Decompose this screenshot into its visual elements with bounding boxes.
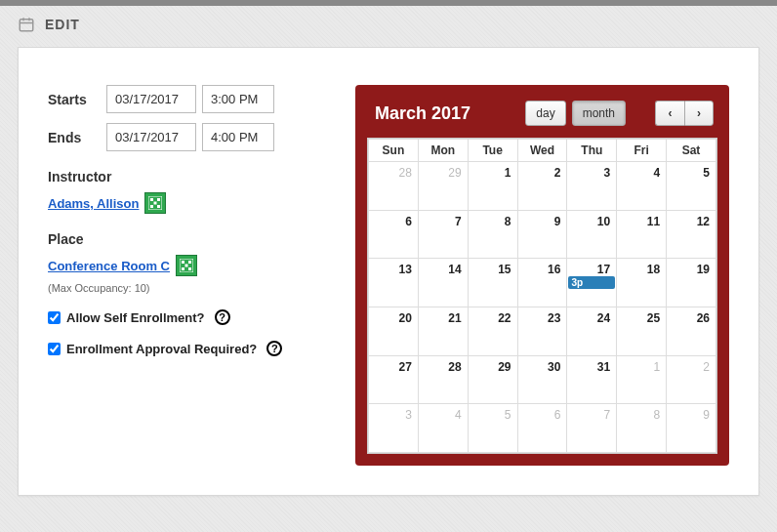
view-day-button[interactable]: day [525, 101, 565, 126]
calendar-day[interactable]: 1 [468, 162, 517, 211]
calendar-icon [18, 16, 35, 33]
svg-rect-5 [150, 198, 153, 201]
calendar-day[interactable]: 6 [517, 404, 567, 453]
allow-self-checkbox[interactable] [48, 311, 61, 324]
instructor-picker-icon[interactable] [144, 192, 166, 214]
svg-rect-6 [157, 198, 160, 201]
view-month-button[interactable]: month [572, 101, 626, 126]
calendar-day[interactable]: 3 [369, 404, 419, 453]
calendar-day[interactable]: 2 [517, 162, 567, 211]
calendar-day[interactable]: 26 [667, 307, 716, 355]
place-link[interactable]: Conference Room C [48, 259, 170, 273]
end-time-input[interactable] [202, 123, 274, 151]
ends-label: Ends [48, 130, 106, 145]
form-column: Starts Ends Instructor Adams, Allison Pl… [48, 85, 326, 466]
start-time-input[interactable] [202, 85, 274, 113]
calendar-day[interactable]: 25 [617, 307, 667, 355]
starts-row: Starts [48, 85, 326, 113]
calendar-day[interactable]: 6 [369, 210, 419, 259]
svg-rect-8 [157, 205, 160, 208]
calendar-dow: Wed [517, 140, 567, 162]
calendar-day[interactable]: 23 [517, 307, 567, 355]
calendar-day[interactable]: 30 [517, 355, 567, 404]
calendar-dow: Thu [567, 140, 617, 162]
calendar-day[interactable]: 13 [369, 259, 419, 307]
edit-card: Starts Ends Instructor Adams, Allison Pl… [18, 47, 759, 496]
calendar-day[interactable]: 5 [667, 162, 716, 211]
svg-rect-7 [150, 205, 153, 208]
calendar-day[interactable]: 1 [617, 355, 667, 404]
calendar-day[interactable]: 7 [418, 210, 468, 259]
calendar-header: March 2017 day month ‹ › [367, 97, 717, 138]
next-month-button[interactable]: › [684, 101, 714, 126]
calendar-day[interactable]: 2 [667, 355, 716, 404]
calendar-dow: Mon [418, 140, 468, 162]
calendar-day[interactable]: 4 [617, 162, 667, 211]
calendar-day[interactable]: 20 [369, 307, 419, 355]
calendar-controls: day month ‹ › [525, 101, 714, 126]
calendar-day[interactable]: 21 [418, 307, 468, 355]
svg-rect-0 [20, 20, 33, 31]
calendar-dow: Sun [369, 140, 419, 162]
instructor-row: Adams, Allison [48, 192, 326, 214]
approval-row: Enrollment Approval Required? ? [48, 341, 326, 356]
place-picker-icon[interactable] [176, 255, 197, 276]
calendar-dow: Tue [468, 140, 517, 162]
calendar-dow: Sat [667, 140, 716, 162]
prev-month-button[interactable]: ‹ [655, 101, 684, 126]
allow-self-label: Allow Self Enrollment? [66, 310, 205, 325]
end-date-input[interactable] [106, 123, 196, 151]
calendar-day[interactable]: 3 [567, 162, 617, 211]
page-title: EDIT [45, 17, 80, 32]
calendar: March 2017 day month ‹ › SunMonTueWedThu… [355, 85, 729, 466]
calendar-day[interactable]: 29 [418, 162, 468, 211]
calendar-grid: SunMonTueWedThuFriSat 282912345678910111… [367, 138, 717, 454]
svg-rect-13 [182, 267, 184, 270]
calendar-day[interactable]: 29 [468, 355, 517, 404]
instructor-label: Instructor [48, 169, 326, 184]
calendar-day[interactable]: 14 [418, 259, 468, 307]
allow-self-row: Allow Self Enrollment? ? [48, 309, 326, 325]
calendar-nav: ‹ › [655, 101, 714, 126]
calendar-day[interactable]: 15 [468, 259, 517, 307]
calendar-day[interactable]: 28 [418, 355, 468, 404]
calendar-day[interactable]: 11 [617, 210, 667, 259]
calendar-day[interactable]: 16 [517, 259, 567, 307]
page-header: EDIT [0, 6, 777, 47]
help-icon[interactable]: ? [215, 309, 230, 325]
ends-row: Ends [48, 123, 326, 151]
calendar-day[interactable]: 27 [369, 355, 419, 404]
instructor-link[interactable]: Adams, Allison [48, 196, 139, 211]
approval-checkbox[interactable] [48, 343, 61, 355]
calendar-day[interactable]: 24 [567, 307, 617, 355]
calendar-dow: Fri [617, 140, 667, 162]
svg-rect-12 [188, 261, 191, 264]
calendar-day[interactable]: 22 [468, 307, 517, 355]
calendar-day[interactable]: 9 [517, 210, 567, 259]
calendar-day[interactable]: 18 [617, 259, 667, 307]
start-date-input[interactable] [106, 85, 196, 113]
approval-label: Enrollment Approval Required? [66, 342, 257, 356]
calendar-day[interactable]: 8 [468, 210, 517, 259]
svg-rect-15 [184, 265, 187, 267]
calendar-day[interactable]: 7 [567, 404, 617, 453]
help-icon[interactable]: ? [266, 341, 282, 356]
svg-rect-11 [182, 261, 184, 264]
calendar-day[interactable]: 9 [667, 404, 716, 453]
calendar-title: March 2017 [375, 103, 470, 124]
calendar-event[interactable]: 3p [568, 276, 615, 289]
calendar-day[interactable]: 31 [567, 355, 617, 404]
svg-rect-9 [154, 202, 157, 205]
calendar-day[interactable]: 10 [567, 210, 617, 259]
calendar-day[interactable]: 28 [369, 162, 419, 211]
calendar-day[interactable]: 5 [468, 404, 517, 453]
place-row: Conference Room C [48, 255, 326, 276]
svg-rect-14 [188, 267, 191, 270]
starts-label: Starts [48, 92, 106, 107]
calendar-day[interactable]: 19 [667, 259, 716, 307]
calendar-day[interactable]: 4 [418, 404, 468, 453]
calendar-day[interactable]: 8 [617, 404, 667, 453]
calendar-day[interactable]: 12 [667, 210, 716, 259]
calendar-table: SunMonTueWedThuFriSat 282912345678910111… [368, 139, 716, 453]
calendar-day[interactable]: 173p [567, 259, 617, 307]
